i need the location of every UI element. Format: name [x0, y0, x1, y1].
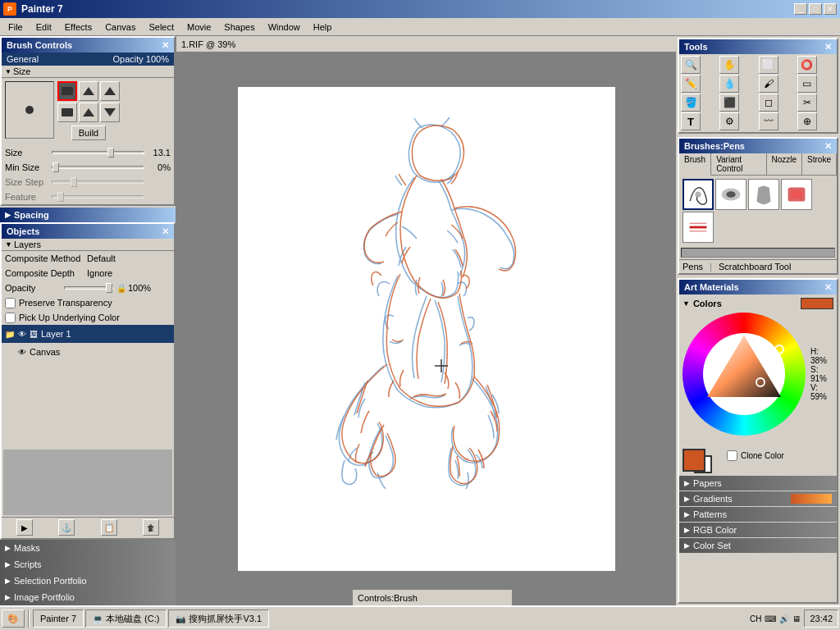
left-panel: Brush Controls ✕ General Opacity 100% ▼ … — [0, 36, 176, 605]
layer-item-canvas[interactable]: 👁 Canvas — [2, 343, 174, 361]
menu-canvas[interactable]: Canvas — [98, 21, 142, 34]
volume-icon[interactable]: 🔊 — [779, 614, 789, 623]
pen-tool-button[interactable]: ✏️ — [681, 75, 701, 93]
start-button[interactable]: 🎨 — [2, 609, 25, 628]
zoom-tool-button[interactable]: 🔍 — [681, 56, 701, 74]
color-set-section[interactable]: ▶ Color Set — [679, 538, 837, 553]
layers-copy-button[interactable]: 📋 — [101, 519, 117, 536]
minsize-slider-thumb[interactable] — [52, 162, 59, 172]
masks-section[interactable]: ▶ Masks — [0, 540, 176, 556]
brush-variant-1[interactable] — [682, 179, 714, 210]
adjust-tool-button[interactable]: ⊕ — [797, 112, 817, 130]
brush-icon-2[interactable] — [79, 81, 98, 101]
transform-tool-button[interactable]: ⬜ — [759, 56, 778, 74]
tab-nozzle[interactable]: Nozzle — [767, 153, 803, 175]
brushes-pens-close[interactable]: ✕ — [824, 141, 832, 152]
menu-movie[interactable]: Movie — [180, 21, 217, 34]
color-wheel[interactable] — [682, 313, 806, 436]
clock-display: 23:42 — [804, 609, 838, 628]
layers-script-button[interactable]: ▶ — [16, 519, 33, 536]
selection-portfolio-section[interactable]: ▶ Selection Portfolio — [0, 573, 176, 589]
rgb-color-section[interactable]: ▶ RGB Color — [679, 523, 837, 537]
paint-tool-button[interactable]: 🪣 — [681, 94, 701, 112]
patterns-section[interactable]: ▶ Patterns — [679, 507, 837, 522]
layer-item-layer1[interactable]: 📁 👁 🖼 Layer 1 — [2, 325, 174, 343]
image-portfolio-section[interactable]: ▶ Image Portfolio — [0, 589, 176, 605]
dropper-tool-button[interactable]: 💧 — [719, 75, 739, 93]
feature-slider-label: Feature — [5, 192, 50, 202]
color-wheel-svg[interactable] — [682, 313, 806, 436]
opacity-thumb[interactable] — [106, 283, 112, 293]
menu-edit[interactable]: Edit — [30, 21, 58, 34]
brush-variant-5[interactable] — [682, 212, 714, 243]
brush-controls-close[interactable]: ✕ — [162, 40, 169, 51]
taskbar-explorer[interactable]: 💻 本地磁盘 (C:) — [85, 609, 167, 628]
rect-select-tool-button[interactable]: ▭ — [797, 75, 817, 93]
menu-effects[interactable]: Effects — [58, 21, 98, 34]
layers-anchor-button[interactable]: ⚓ — [58, 519, 75, 536]
clone-color-checkbox[interactable] — [727, 450, 737, 461]
pick-up-color-checkbox[interactable] — [5, 313, 16, 323]
brush-variant-3[interactable] — [748, 179, 779, 210]
lang-icon[interactable]: CH — [750, 614, 761, 623]
menu-help[interactable]: Help — [307, 21, 339, 34]
tools-close[interactable]: ✕ — [824, 42, 832, 52]
build-button[interactable]: Build — [71, 126, 106, 140]
tab-variant-control[interactable]: Variant Control — [711, 153, 766, 175]
brush-variant-4[interactable] — [781, 179, 812, 210]
foreground-color-swatch[interactable] — [682, 449, 705, 472]
composite-depth-value[interactable]: Ignore — [87, 268, 112, 278]
opacity-track[interactable] — [64, 286, 113, 290]
close-button[interactable]: ✕ — [824, 3, 837, 15]
shape-tool-button[interactable]: 〰 — [759, 112, 778, 130]
menu-window[interactable]: Window — [262, 21, 307, 34]
taskbar-snipping[interactable]: 📷 搜狗抓屏快手V3.1 — [168, 609, 269, 628]
canvas-area[interactable]: 1.RIF @ 39% — [176, 36, 676, 605]
preserve-transparency-checkbox[interactable] — [5, 298, 16, 308]
brush-variant-2[interactable] — [715, 179, 746, 210]
text-tool-button[interactable]: T — [681, 112, 701, 130]
brush-general-row[interactable]: General Opacity 100% — [2, 52, 174, 66]
minsize-slider-track[interactable] — [52, 166, 144, 169]
objects-close[interactable]: ✕ — [162, 226, 169, 237]
eraser-tool-button[interactable]: ◻ — [759, 94, 778, 112]
color-set-label: Color Set — [693, 541, 731, 550]
brush-icon-4[interactable] — [57, 103, 77, 122]
menu-select[interactable]: Select — [142, 21, 180, 34]
layers-header[interactable]: ▼ Layers — [2, 239, 174, 251]
header-color-swatch[interactable] — [801, 298, 833, 309]
brush-icon-6[interactable] — [100, 103, 120, 122]
spacing-bar[interactable]: ▶ Spacing — [0, 208, 176, 222]
pick-up-color-row: Pick Up Underlying Color — [2, 310, 174, 325]
brush-icon-3[interactable] — [100, 81, 120, 101]
gradients-section[interactable]: ▶ Gradients — [679, 491, 837, 506]
brush-icon-5[interactable] — [79, 103, 98, 122]
maximize-button[interactable]: □ — [809, 3, 822, 15]
drawing-canvas[interactable] — [238, 87, 615, 571]
size-slider-track[interactable] — [52, 151, 144, 154]
pan-tool-button[interactable]: ✋ — [719, 56, 739, 74]
tab-stroke[interactable]: Stroke — [802, 153, 837, 175]
scripts-section[interactable]: ▶ Scripts — [0, 556, 176, 573]
composite-method-row: Composite Method Default — [2, 251, 174, 266]
papers-section[interactable]: ▶ Papers — [679, 476, 837, 491]
opacity-row: Opacity 🔒 100% — [2, 281, 174, 295]
menu-file[interactable]: File — [2, 21, 30, 34]
taskbar-painter[interactable]: Painter 7 — [33, 609, 84, 628]
fill-tool-button[interactable]: ⬛ — [719, 94, 739, 112]
papers-label: Papers — [693, 478, 722, 488]
layers-delete-button[interactable]: 🗑 — [143, 519, 159, 536]
settings-tool-button[interactable]: ⚙ — [719, 112, 739, 130]
art-materials-close[interactable]: ✕ — [824, 282, 832, 293]
brushes-scroll-track[interactable] — [681, 248, 835, 258]
lasso-tool-button[interactable]: ⭕ — [797, 56, 817, 74]
brush-icon-1[interactable] — [57, 81, 77, 101]
minimize-button[interactable]: _ — [794, 3, 807, 15]
composite-method-value[interactable]: Default — [87, 253, 116, 263]
brush-circle — [25, 106, 34, 114]
menu-shapes[interactable]: Shapes — [217, 21, 261, 34]
size-slider-thumb[interactable] — [107, 148, 114, 158]
crop-tool-button[interactable]: ✂ — [797, 94, 817, 112]
brush-tool-button[interactable]: 🖌 — [759, 75, 778, 93]
tab-brush[interactable]: Brush — [679, 153, 711, 176]
